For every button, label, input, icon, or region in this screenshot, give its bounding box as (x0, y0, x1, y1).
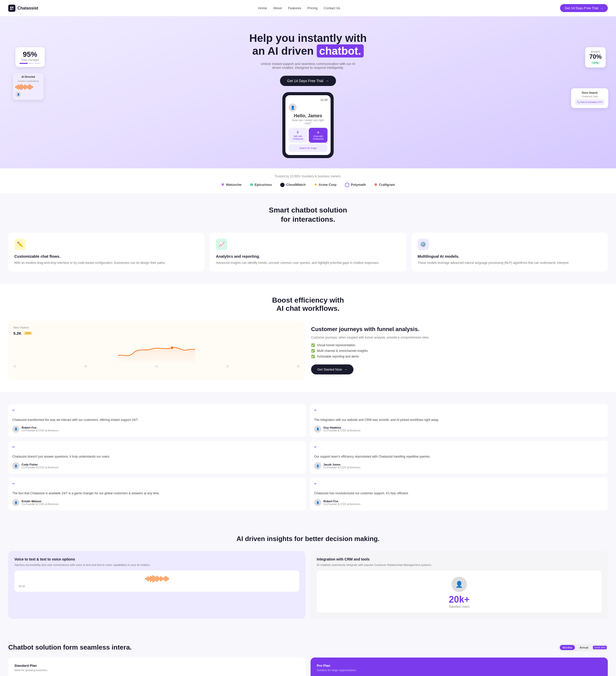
navigation: Chatassist Home About Features Pricing C… (0, 0, 616, 16)
test-text-0: Chatassist transformed the way we intera… (12, 417, 302, 422)
float-said-label: Chatassist Said (575, 95, 604, 98)
user-stat: 20k+ (321, 594, 598, 605)
logo-text: Chatassist (17, 6, 38, 10)
svg-rect-1 (12, 7, 13, 8)
logo-icon (8, 5, 15, 12)
float-avatar: 👤 (15, 92, 21, 97)
voice-waveform (18, 575, 295, 583)
boost-check-2: ✅ Actionable reporting and alerts. (311, 355, 608, 358)
svg-rect-3 (12, 8, 13, 10)
logo-craftgram: ✳ Craftgram (374, 182, 395, 187)
feature-icon-2: ⚙️ (417, 239, 429, 250)
test-author-1: 👤 Guy Hawkins Co-Founder & COO at Amenco… (314, 426, 604, 433)
insights-grid: Voice to text & text to voice options Ha… (8, 551, 608, 619)
nav-features[interactable]: Features (288, 6, 301, 10)
insight-title-1: Integration with CRM and tools (317, 557, 602, 561)
test-role-0: Co-Founder & COO at Amencoo (21, 429, 59, 432)
boost-grid: New Visitors. 5.2K -30% 01 05 10 (8, 321, 608, 380)
insight-card-voice: Voice to text & text to voice options Ha… (8, 551, 305, 619)
feature-icon-1: 📈 (216, 239, 227, 250)
boost-check-0: ✅ Visual funnel representation. (311, 343, 608, 347)
boost-section: Boost efficiency with AI chat workflows.… (0, 284, 616, 392)
svg-rect-0 (10, 7, 11, 8)
pricing-header: Chatbot solution form seamless intera. M… (8, 643, 608, 652)
svg-rect-2 (10, 8, 11, 10)
nietzsche-icon: ✳ (221, 182, 224, 187)
phone-btn-talk: 🎙 Talk with Chatassist (288, 128, 307, 143)
hero-description: Unlock instant support and seamless comm… (259, 62, 357, 69)
boost-chart-area: New Visitors. 5.2K -30% 01 05 10 (8, 321, 305, 380)
phone-greeting: Hello, James (288, 113, 328, 119)
chart-stat-badge: -30% (23, 332, 32, 335)
insight-visual-voice: 20:16 (14, 570, 299, 592)
feature-desc-1: Advanced insights can identify trends, u… (216, 261, 400, 265)
phone-sub: How can I assist you right now? (288, 119, 328, 125)
logo-cloudwatch: ⬤ CloudWatch (280, 182, 305, 187)
test-avatar-4: 👤 (12, 499, 19, 506)
logo-polymath: ◯ Polymath (345, 182, 366, 187)
nav-links: Home About Features Pricing Contact Us (258, 6, 340, 10)
test-avatar-5: 👤 (314, 499, 321, 506)
feature-desc-2: These models leverage advanced natural l… (417, 261, 602, 265)
nav-pricing[interactable]: Pricing (307, 6, 318, 10)
quote-icon-1: " (314, 408, 604, 415)
hero-cta-button[interactable]: Get 14 Days Free Trial → (280, 76, 336, 86)
test-avatar-3: 👤 (314, 462, 321, 469)
nav-contact[interactable]: Contact Us (324, 6, 340, 10)
feature-title-2: Multilingual AI models. (417, 254, 602, 259)
chart-stat: 5.2K -30% (13, 331, 300, 335)
trusted-section: Trusted by 10,000+ founders & business o… (0, 168, 616, 193)
float-95-label: Team managed (19, 59, 41, 61)
user-label: Satisfied Users (321, 605, 598, 609)
float-accent-label: AI Directed (15, 75, 41, 78)
test-role-3: Co-Founder & COO at Amencoo (323, 466, 360, 469)
test-avatar-2: 👤 (12, 462, 19, 469)
check-icon-1: ✅ (311, 349, 315, 353)
user-avatar: 👤 (451, 577, 467, 592)
insight-card-crm: Integration with CRM and tools AI chatbo… (311, 551, 608, 619)
test-name-1: Guy Hawkins (323, 426, 360, 429)
logo-acmecorp: ✦ Acme Corp (314, 182, 336, 187)
float-70-number: 70% (589, 53, 602, 60)
testimonials-grid: " Chatassist transformed the way we inte… (8, 404, 608, 510)
boost-content-desc: Customer journeys, when coupled with fun… (311, 336, 608, 339)
toggle-monthly[interactable]: Monthly (560, 645, 575, 650)
float-voice-card: Voice Search Chatassist Said 🔍 How to in… (571, 88, 608, 108)
testimonial-2: " Chatassist doesn't just answer questio… (8, 441, 306, 473)
logo-epicurious: ≋ Epicurious (250, 182, 272, 187)
toggle-annual[interactable]: Annual (577, 645, 591, 650)
insight-time: 20:16 (18, 585, 295, 588)
phone-avatar: 👤 (288, 103, 297, 112)
nav-home[interactable]: Home (258, 6, 267, 10)
test-author-4: 👤 Kristin Watson Co-Founder & COO at Ame… (12, 499, 302, 506)
testimonials-section: " Chatassist transformed the way we inte… (0, 392, 616, 523)
chart-x-axis: 01 05 10 15 20 (13, 365, 300, 368)
nav-cta-button[interactable]: Get 14 Days Free Trial → (560, 4, 608, 12)
test-name-3: Jacob Jones (323, 463, 360, 466)
hero-phone-mockup: 11:20 👤 Hello, James How can I assist yo… (282, 92, 334, 158)
test-role-2: Co-Founder & COO at Amencoo (21, 466, 59, 469)
price-card-pro: Pro Plan Solution for large organization… (311, 658, 608, 676)
testimonial-3: " Our support team's efficiency skyrocke… (310, 441, 608, 473)
line-chart (13, 337, 300, 363)
cloudwatch-icon: ⬤ (280, 182, 285, 187)
logo-nietzsche: ✳ Nietzsche (221, 182, 241, 187)
float-accent-card: AI Directed Accent Localizations 👤 (13, 73, 44, 100)
user-count: 👤 20k+ Satisfied Users (321, 577, 598, 609)
testimonial-1: " The integration with our website and C… (310, 404, 608, 437)
phone-btn-chat: ✈ Chat with Chatassist (309, 128, 328, 143)
trusted-logos: ✳ Nietzsche ≋ Epicurious ⬤ CloudWatch ✦ … (8, 182, 608, 187)
float-95-number: 95% (19, 50, 41, 59)
feature-card-1: 📈 Analytics and reporting. Advanced insi… (210, 232, 406, 272)
boost-cta-button[interactable]: Get Started Now → (311, 364, 353, 375)
feature-cards-grid: ✏️ Customizable chat flows. With an intu… (8, 232, 608, 272)
test-name-5: Robert Fox (323, 500, 360, 503)
test-name-0: Robert Fox (21, 426, 59, 429)
price-card-standard: Standard Plan Ideal for growing business… (8, 658, 305, 676)
test-author-3: 👤 Jacob Jones Co-Founder & COO at Amenco… (314, 462, 604, 469)
insights-section: AI driven insights for better decision m… (0, 522, 616, 631)
nav-about[interactable]: About (273, 6, 282, 10)
test-text-1: The integration with our website and CRM… (314, 417, 604, 422)
insight-desc-1: AI chatbots seamlessly integrate with po… (317, 563, 602, 566)
price-desc-1: Solution for large organizations. (317, 669, 602, 672)
